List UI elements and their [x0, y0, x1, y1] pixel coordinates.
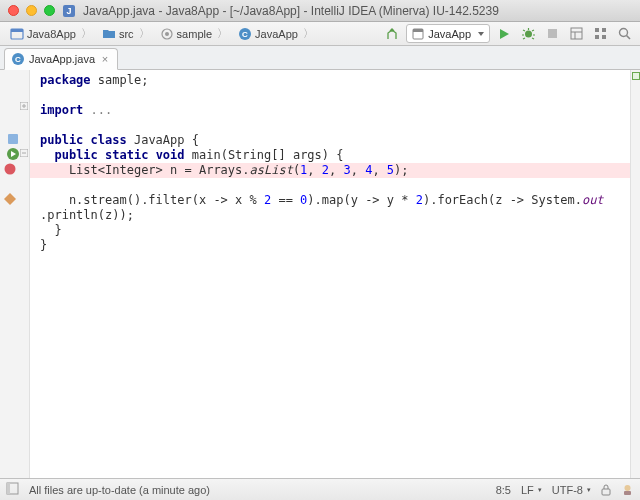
- toolbar-actions: JavaApp: [382, 24, 634, 44]
- project-structure-button[interactable]: [590, 24, 610, 44]
- gutter[interactable]: [0, 70, 30, 478]
- module-icon: [10, 27, 24, 41]
- svg-rect-12: [571, 28, 582, 39]
- chevron-right-icon: 〉: [217, 26, 228, 41]
- application-icon: [411, 27, 425, 41]
- status-message: All files are up-to-date (a minute ago): [29, 484, 210, 496]
- breakpoint-icon[interactable]: [3, 162, 17, 176]
- svg-text:C: C: [242, 30, 248, 39]
- run-gutter-icon[interactable]: [6, 147, 20, 161]
- layout-settings-button[interactable]: [566, 24, 586, 44]
- status-bar: All files are up-to-date (a minute ago) …: [0, 478, 640, 500]
- breadcrumb-class-label: JavaApp: [255, 28, 298, 40]
- class-icon: C: [11, 52, 25, 66]
- breadcrumb-package-label: sample: [177, 28, 212, 40]
- collapse-icon[interactable]: [20, 147, 28, 155]
- svg-rect-11: [548, 29, 557, 38]
- close-window-button[interactable]: [8, 5, 19, 16]
- breadcrumb-package[interactable]: sample 〉: [156, 24, 232, 43]
- editor-area: package sample; import ... public class …: [0, 70, 640, 478]
- svg-rect-16: [602, 28, 606, 32]
- svg-point-19: [619, 29, 627, 37]
- package-icon: [160, 27, 174, 41]
- breadcrumb-class[interactable]: C JavaApp 〉: [234, 24, 318, 43]
- run-configuration-label: JavaApp: [428, 28, 471, 40]
- hector-icon[interactable]: [621, 483, 634, 496]
- svg-rect-23: [8, 134, 18, 144]
- breadcrumb-src[interactable]: src 〉: [98, 24, 154, 43]
- file-encoding[interactable]: UTF-8▾: [552, 484, 591, 496]
- stop-button[interactable]: [542, 24, 562, 44]
- read-only-toggle[interactable]: [601, 484, 611, 496]
- breadcrumb-project[interactable]: Java8App 〉: [6, 24, 96, 43]
- svg-point-10: [525, 31, 532, 38]
- chevron-right-icon: 〉: [139, 26, 150, 41]
- window-title: JavaApp.java - Java8App - [~/Java8App] -…: [83, 4, 499, 18]
- run-configuration-selector[interactable]: JavaApp: [406, 24, 490, 43]
- svg-point-34: [625, 485, 631, 491]
- editor-tabs: C JavaApp.java ×: [0, 46, 640, 70]
- svg-point-5: [165, 32, 169, 36]
- chevron-right-icon: 〉: [303, 26, 314, 41]
- svg-rect-33: [602, 489, 610, 495]
- java-file-icon: J: [62, 4, 76, 18]
- svg-rect-9: [413, 29, 423, 32]
- svg-rect-17: [595, 35, 599, 39]
- build-button[interactable]: [382, 24, 402, 44]
- override-icon[interactable]: [6, 132, 20, 146]
- code-editor[interactable]: package sample; import ... public class …: [30, 70, 630, 478]
- navigation-breadcrumb: Java8App 〉 src 〉 sample 〉 C JavaApp 〉: [6, 24, 380, 43]
- svg-rect-3: [11, 29, 23, 32]
- svg-point-27: [5, 164, 16, 175]
- svg-text:J: J: [66, 6, 71, 16]
- debug-button[interactable]: [518, 24, 538, 44]
- traffic-lights: [8, 5, 55, 16]
- search-everywhere-button[interactable]: [614, 24, 634, 44]
- breadcrumb-src-label: src: [119, 28, 134, 40]
- window-titlebar: J JavaApp.java - Java8App - [~/Java8App]…: [0, 0, 640, 22]
- chevron-right-icon: 〉: [81, 26, 92, 41]
- expand-icon[interactable]: [20, 100, 28, 108]
- error-stripe[interactable]: [630, 70, 640, 478]
- main-toolbar: Java8App 〉 src 〉 sample 〉 C JavaApp 〉 Ja…: [0, 22, 640, 46]
- inspection-indicator-icon[interactable]: [632, 72, 640, 80]
- svg-rect-15: [595, 28, 599, 32]
- caret-position[interactable]: 8:5: [496, 484, 511, 496]
- class-icon: C: [238, 27, 252, 41]
- zoom-window-button[interactable]: [44, 5, 55, 16]
- svg-line-20: [626, 36, 630, 40]
- close-tab-button[interactable]: ×: [99, 53, 111, 65]
- svg-rect-18: [602, 35, 606, 39]
- run-button[interactable]: [494, 24, 514, 44]
- tool-window-quick-access-icon[interactable]: [6, 482, 19, 497]
- editor-tab-label: JavaApp.java: [29, 53, 95, 65]
- minimize-window-button[interactable]: [26, 5, 37, 16]
- svg-rect-35: [624, 491, 631, 495]
- svg-text:C: C: [15, 55, 21, 64]
- lambda-breakpoint-icon[interactable]: [3, 192, 17, 206]
- line-separator[interactable]: LF▾: [521, 484, 542, 496]
- folder-icon: [102, 27, 116, 41]
- svg-rect-32: [7, 483, 10, 494]
- editor-tab-active[interactable]: C JavaApp.java ×: [4, 48, 118, 70]
- breadcrumb-project-label: Java8App: [27, 28, 76, 40]
